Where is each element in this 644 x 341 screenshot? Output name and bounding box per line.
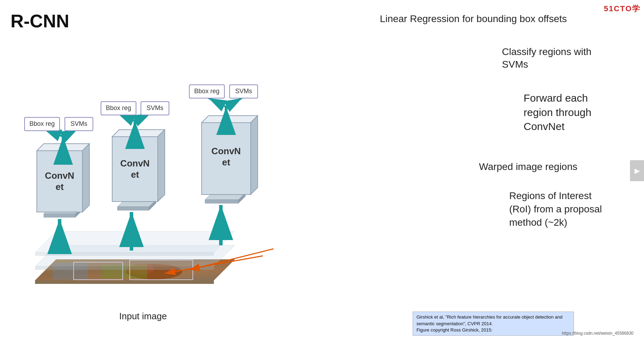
svg-marker-6	[35, 280, 214, 284]
annotation-roi: Regions of Interest(RoI) from a proposal…	[509, 189, 602, 229]
svg-marker-32	[82, 144, 89, 212]
svg-marker-36	[112, 130, 165, 137]
svg-line-52	[209, 98, 226, 107]
svg-text:SVMs: SVMs	[235, 88, 252, 95]
svg-text:et: et	[222, 157, 230, 168]
watermark: 51CTO学	[604, 4, 640, 14]
svg-text:ConvN: ConvN	[45, 170, 74, 181]
annotation-warped-image: Warped image regions	[479, 161, 577, 172]
svg-text:ConvN: ConvN	[120, 158, 150, 169]
svg-marker-25	[205, 200, 238, 203]
svg-marker-42	[251, 116, 258, 195]
svg-text:Bbox reg: Bbox reg	[29, 120, 55, 127]
svg-text:Bbox reg: Bbox reg	[194, 88, 219, 95]
svg-text:ConvN: ConvN	[211, 146, 241, 156]
svg-marker-37	[158, 130, 165, 202]
diagram-area: ConvN et ConvN et ConvN et	[11, 28, 344, 333]
svg-line-53	[226, 98, 242, 107]
svg-marker-19	[44, 214, 75, 217]
svg-marker-31	[37, 144, 89, 151]
svg-text:et: et	[131, 169, 139, 180]
svg-marker-12	[35, 252, 214, 256]
svg-text:Bbox reg: Bbox reg	[106, 104, 131, 111]
annotation-classify-regions: Classify regions withSVMs	[502, 46, 591, 71]
svg-text:et: et	[55, 182, 63, 192]
svg-text:SVMs: SVMs	[147, 104, 163, 111]
reference-url: https://blog.csdn.net/weixin_45586830	[562, 331, 633, 336]
reference-citation: Girshick et al, "Rich feature hierarchie…	[413, 312, 574, 336]
annotation-forward-region: Forward eachregion throughConvNet	[524, 91, 591, 134]
annotation-linear-regression: Linear Regression for bounding box offse…	[380, 13, 567, 25]
slide-container: 51CTO学 R-CNN Linear Regression for bound…	[0, 0, 644, 341]
play-button[interactable]	[630, 160, 644, 181]
svg-marker-41	[202, 116, 258, 123]
svg-text:SVMs: SVMs	[70, 120, 87, 127]
svg-marker-22	[117, 207, 149, 210]
svg-marker-11	[35, 231, 235, 252]
